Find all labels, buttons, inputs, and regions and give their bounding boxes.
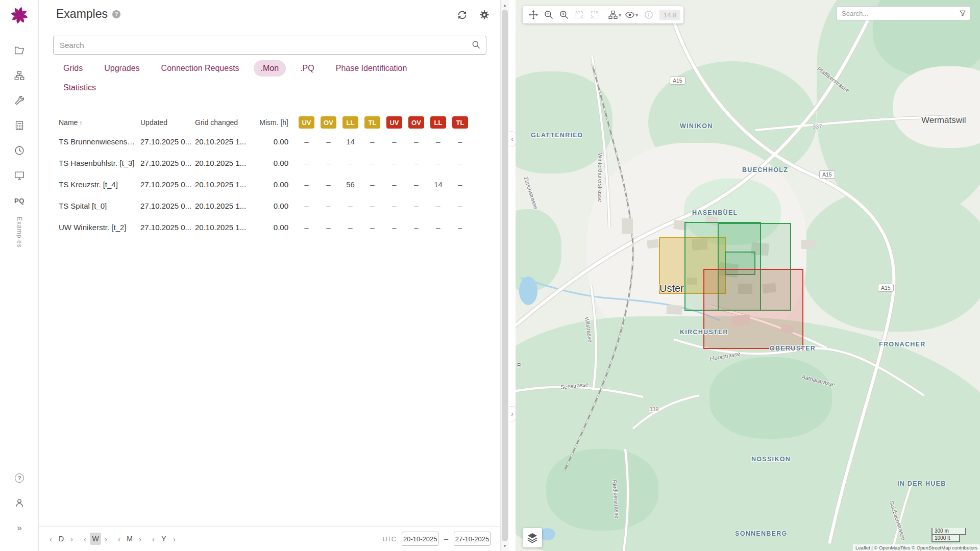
zoom-to-fit-button[interactable] xyxy=(572,6,587,23)
chevron-down-icon[interactable]: ▾ xyxy=(619,12,621,18)
year-button[interactable]: Y xyxy=(158,533,169,545)
app-logo[interactable] xyxy=(0,4,39,27)
sidebar-item-tools[interactable] xyxy=(0,89,39,112)
filter-icon[interactable] xyxy=(959,9,967,17)
tab-phase-identification[interactable]: Phase Identification xyxy=(329,60,414,77)
column-header-mismatch[interactable]: Mism. [h] xyxy=(255,118,296,127)
cell-mismatch: 0.00 xyxy=(255,137,296,146)
badge-tl-warn[interactable]: TL xyxy=(364,116,380,129)
sidebar-item-monitoring[interactable] xyxy=(0,164,39,187)
column-header-grid-changed[interactable]: Grid changed xyxy=(195,118,255,127)
cell-value: – xyxy=(296,180,317,189)
table-row[interactable]: UW Winikerstr. [t_2] 27.10.2025 0... 20.… xyxy=(59,216,471,238)
layers-control-button[interactable] xyxy=(523,528,542,547)
fit-selection-icon xyxy=(590,10,600,20)
prev-week-button[interactable]: ‹ xyxy=(80,533,90,545)
tab-pq[interactable]: .PQ xyxy=(293,60,322,77)
cell-value: – xyxy=(339,202,361,210)
panel-scrollbar[interactable]: ▲ ▼ xyxy=(500,0,509,551)
table-header-row: Name↑ Updated Grid changed Mism. [h] UV … xyxy=(59,114,471,131)
date-from-input[interactable] xyxy=(402,532,438,546)
tab-grids[interactable]: Grids xyxy=(56,60,90,77)
next-week-button[interactable]: › xyxy=(101,533,111,545)
cell-grid-changed: 20.10.2025 1... xyxy=(195,180,255,189)
tab-statistics[interactable]: Statistics xyxy=(56,80,103,96)
chevron-down-icon[interactable]: ▾ xyxy=(635,12,638,18)
zoom-in-button[interactable] xyxy=(556,6,572,23)
sidebar-item-grids[interactable] xyxy=(0,64,39,87)
info-button[interactable] xyxy=(641,6,656,23)
badge-ov-warn[interactable]: OV xyxy=(321,116,336,129)
tab-mon[interactable]: .Mon xyxy=(254,60,286,77)
cell-value: – xyxy=(317,202,339,210)
table-row[interactable]: TS Kreuzstr. [t_4] 27.10.2025 0... 20.10… xyxy=(59,173,471,195)
badge-uv-alert[interactable]: UV xyxy=(386,116,402,129)
cell-mismatch: 0.00 xyxy=(255,202,296,210)
pan-tool-button[interactable] xyxy=(526,6,541,23)
building xyxy=(647,239,659,249)
tab-upgrades[interactable]: Upgrades xyxy=(97,60,146,77)
sidebar-item-calculations[interactable] xyxy=(0,114,39,137)
column-header-name[interactable]: Name↑ xyxy=(59,118,140,127)
sidebar-item-account[interactable] xyxy=(0,492,39,514)
day-button[interactable]: D xyxy=(56,533,67,545)
expand-panel-handle[interactable]: › xyxy=(509,406,516,421)
scroll-down-icon[interactable]: ▼ xyxy=(501,542,509,550)
cell-value: – xyxy=(405,202,427,210)
map-canvas[interactable]: Wermatswil Uster WINIKON GLATTENRIED BUE… xyxy=(516,0,980,551)
map-label-town: Wermatswil xyxy=(921,115,966,126)
prev-day-button[interactable]: ‹ xyxy=(46,533,56,545)
cell-name: TS Spital [t_0] xyxy=(59,202,140,210)
scroll-up-icon[interactable]: ▲ xyxy=(501,1,509,9)
month-button[interactable]: M xyxy=(124,533,135,545)
collapse-panel-handle[interactable]: ‹ xyxy=(509,131,516,146)
monitoring-area-red[interactable] xyxy=(703,269,803,349)
map-attribution: Leaflet | © OpenMapTiles © OpenStreetMap… xyxy=(853,544,980,551)
logo-pinwheel-icon xyxy=(10,6,29,25)
badge-ll-warn[interactable]: LL xyxy=(342,116,358,129)
map-label-district: HASENBÜEL xyxy=(692,209,738,216)
map-label-district: NOSSIKON xyxy=(751,456,791,463)
sidebar-item-projects[interactable] xyxy=(0,39,39,62)
building xyxy=(622,218,633,234)
sidebar-item-help[interactable]: ? xyxy=(0,467,39,489)
badge-uv-warn[interactable]: UV xyxy=(299,116,314,129)
badge-ll-alert[interactable]: LL xyxy=(430,116,446,129)
refresh-button[interactable] xyxy=(455,8,469,21)
column-header-updated[interactable]: Updated xyxy=(140,118,195,127)
next-year-button[interactable]: › xyxy=(169,533,179,545)
cell-value: – xyxy=(427,202,449,210)
zoom-out-button[interactable] xyxy=(541,6,556,23)
cell-value: 56 xyxy=(339,180,361,189)
pager-month: ‹ M › xyxy=(114,533,145,545)
cell-name: TS Brunnenwiesenstr... xyxy=(59,137,140,146)
table-row[interactable]: TS Hasenbühlstr. [t_3] 27.10.2025 0... 2… xyxy=(59,152,471,173)
map-search-input[interactable] xyxy=(837,6,970,20)
title-help-icon[interactable]: ? xyxy=(112,10,120,18)
badge-ov-alert[interactable]: OV xyxy=(408,116,424,129)
search-icon xyxy=(471,40,481,50)
sidebar-item-pq[interactable]: PQ xyxy=(0,189,39,212)
week-button[interactable]: W xyxy=(90,533,101,545)
next-month-button[interactable]: › xyxy=(135,533,145,545)
date-to-input[interactable] xyxy=(454,532,491,546)
table-row[interactable]: TS Spital [t_0] 27.10.2025 0... 20.10.20… xyxy=(59,195,471,216)
road-number-label: 337 xyxy=(813,123,822,130)
examples-panel: Examples ? Grids Upgrades Connection Req… xyxy=(39,0,500,551)
settings-button[interactable] xyxy=(478,8,491,21)
search-input[interactable] xyxy=(53,36,486,55)
prev-month-button[interactable]: ‹ xyxy=(114,533,124,545)
badge-tl-alert[interactable]: TL xyxy=(452,116,468,129)
next-day-button[interactable]: › xyxy=(67,533,77,545)
sidebar-item-history[interactable] xyxy=(0,139,39,162)
tab-connection-requests[interactable]: Connection Requests xyxy=(154,60,247,77)
cell-value: – xyxy=(317,223,339,232)
table-row[interactable]: TS Brunnenwiesenstr... 27.10.2025 0... 2… xyxy=(59,131,471,152)
map-label-district: SONNENBERG xyxy=(735,530,788,537)
scrollbar-thumb[interactable] xyxy=(502,10,508,541)
cell-value: – xyxy=(339,159,361,167)
sidebar-expand-button[interactable]: » xyxy=(0,517,39,539)
prev-year-button[interactable]: ‹ xyxy=(149,533,158,545)
pager-day: ‹ D › xyxy=(46,533,77,545)
zoom-to-selection-button[interactable] xyxy=(587,6,602,23)
